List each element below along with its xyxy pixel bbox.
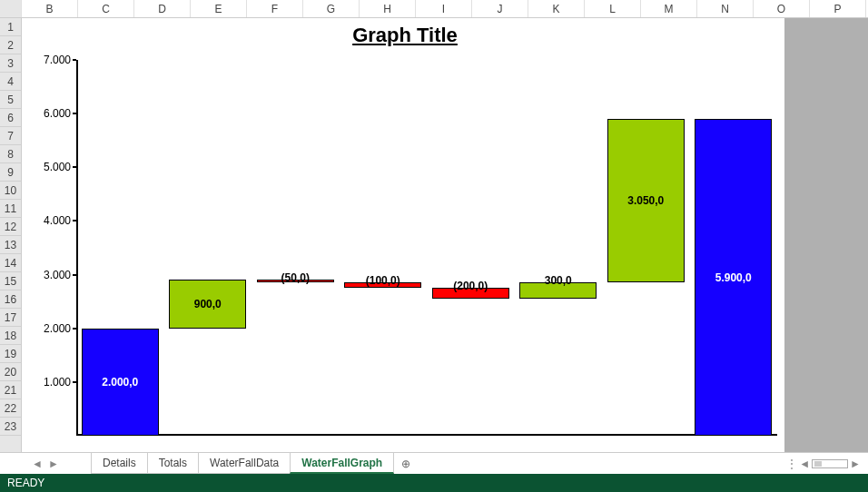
row-header-10[interactable]: 10: [0, 182, 21, 200]
y-axis: 1.0002.0003.0004.0005.0006.0007.000: [33, 60, 73, 436]
add-sheet-button[interactable]: ⊕: [393, 453, 419, 474]
bar-label: (50,0): [258, 271, 333, 284]
horizontal-scroll[interactable]: ⋮ ◄ ►: [786, 453, 868, 474]
waterfall-bar-0[interactable]: 2.000,0: [82, 329, 159, 436]
row-header-1[interactable]: 1: [0, 18, 21, 36]
excel-window: BCDEFGHIJKLMNOP 123456789101112131415161…: [0, 0, 868, 492]
y-tick-mark: [73, 220, 76, 221]
row-header-15[interactable]: 15: [0, 272, 21, 290]
row-header-14[interactable]: 14: [0, 254, 21, 272]
y-tick-mark: [73, 166, 76, 168]
grid-area: 1234567891011121314151617181920212223 Gr…: [0, 18, 868, 452]
waterfall-bar-3[interactable]: (100,0): [344, 282, 421, 288]
sheet-tab-waterfalldata[interactable]: WaterFallData: [198, 453, 291, 474]
tab-nav-controls[interactable]: ◄ ►: [0, 453, 91, 474]
column-header-B[interactable]: B: [22, 0, 78, 17]
chart-plot: 1.0002.0003.0004.0005.0006.0007.000 2.00…: [76, 60, 777, 436]
row-header-13[interactable]: 13: [0, 236, 21, 254]
chart-title: Graph Title: [33, 24, 777, 47]
status-bar: READY: [0, 474, 868, 492]
select-all-corner[interactable]: [0, 0, 22, 17]
waterfall-bar-5[interactable]: 300,0: [519, 282, 597, 299]
row-header-3[interactable]: 3: [0, 54, 21, 73]
status-text: READY: [7, 477, 44, 489]
sheet-tab-waterfallgraph[interactable]: WaterFallGraph: [290, 453, 394, 474]
y-tick-label: 7.000: [44, 54, 71, 66]
y-tick-label: 6.000: [44, 107, 71, 120]
column-header-G[interactable]: G: [303, 0, 360, 17]
column-header-M[interactable]: M: [641, 0, 697, 17]
y-tick-label: 2.000: [44, 322, 71, 335]
column-header-H[interactable]: H: [360, 0, 416, 17]
bar-label: 300,0: [520, 274, 596, 287]
column-header-O[interactable]: O: [754, 0, 810, 17]
y-tick-mark: [73, 381, 76, 383]
column-header-P[interactable]: P: [810, 0, 866, 17]
column-header-C[interactable]: C: [78, 0, 134, 17]
column-header-F[interactable]: F: [247, 0, 303, 17]
y-tick-label: 1.000: [44, 376, 71, 389]
column-header-I[interactable]: I: [416, 0, 472, 17]
waterfall-bar-4[interactable]: (200,0): [432, 288, 509, 299]
row-header-16[interactable]: 16: [0, 290, 21, 309]
scroll-thumb[interactable]: [814, 461, 822, 467]
y-tick-mark: [73, 113, 76, 114]
row-header-4[interactable]: 4: [0, 73, 21, 91]
column-header-L[interactable]: L: [585, 0, 641, 17]
plus-icon: ⊕: [401, 458, 410, 470]
row-header-20[interactable]: 20: [0, 363, 21, 381]
waterfall-bar-6[interactable]: 3.050,0: [607, 119, 685, 282]
sheet-tab-details[interactable]: Details: [91, 453, 148, 474]
waterfall-bar-1[interactable]: 900,0: [169, 280, 246, 328]
bar-label: 2.000,0: [83, 376, 158, 389]
y-tick-label: 3.000: [44, 269, 71, 281]
cells[interactable]: Graph Title 1.0002.0003.0004.0005.0006.0…: [22, 18, 868, 452]
column-header-E[interactable]: E: [191, 0, 247, 17]
bar-label: (100,0): [345, 274, 420, 287]
row-header-7[interactable]: 7: [0, 127, 21, 145]
bar-label: 3.050,0: [608, 194, 684, 207]
tab-nav-prev-icon[interactable]: ◄: [32, 458, 43, 470]
y-tick-mark: [73, 328, 76, 330]
scroll-right-icon[interactable]: ►: [850, 458, 861, 470]
sheet-tab-bar: ◄ ► DetailsTotalsWaterFallDataWaterFallG…: [0, 452, 868, 474]
column-headers: BCDEFGHIJKLMNOP: [0, 0, 868, 18]
row-header-2[interactable]: 2: [0, 36, 21, 54]
divider-icon: ⋮: [786, 458, 797, 470]
bar-label: 900,0: [170, 298, 245, 310]
row-header-6[interactable]: 6: [0, 109, 21, 127]
row-header-22[interactable]: 22: [0, 399, 21, 418]
chart-bars: 2.000,0900,0(50,0)(100,0)(200,0)300,03.0…: [76, 60, 777, 436]
row-header-12[interactable]: 12: [0, 218, 21, 236]
row-header-5[interactable]: 5: [0, 91, 21, 109]
row-header-21[interactable]: 21: [0, 381, 21, 399]
column-header-N[interactable]: N: [697, 0, 754, 17]
embedded-chart[interactable]: Graph Title 1.0002.0003.0004.0005.0006.0…: [33, 24, 777, 436]
column-header-K[interactable]: K: [528, 0, 585, 17]
y-tick-label: 4.000: [44, 214, 71, 227]
row-header-19[interactable]: 19: [0, 345, 21, 363]
scroll-track[interactable]: [812, 459, 848, 468]
y-tick-mark: [73, 274, 76, 276]
bar-label: (200,0): [433, 280, 508, 292]
row-header-9[interactable]: 9: [0, 163, 21, 182]
row-header-17[interactable]: 17: [0, 309, 21, 327]
row-header-23[interactable]: 23: [0, 418, 21, 436]
y-tick-label: 5.000: [44, 161, 71, 173]
row-header-11[interactable]: 11: [0, 200, 21, 218]
row-header-18[interactable]: 18: [0, 327, 21, 345]
waterfall-bar-7[interactable]: 5.900,0: [695, 119, 772, 436]
tab-nav-next-icon[interactable]: ►: [48, 458, 59, 470]
bar-label: 5.900,0: [695, 271, 771, 284]
row-headers: 1234567891011121314151617181920212223: [0, 18, 22, 452]
row-header-8[interactable]: 8: [0, 145, 21, 163]
y-tick-mark: [73, 59, 76, 61]
column-header-D[interactable]: D: [134, 0, 191, 17]
column-header-J[interactable]: J: [472, 0, 528, 17]
waterfall-bar-2[interactable]: (50,0): [257, 280, 334, 282]
scroll-left-icon[interactable]: ◄: [799, 458, 810, 470]
sheet-tab-totals[interactable]: Totals: [147, 453, 199, 474]
